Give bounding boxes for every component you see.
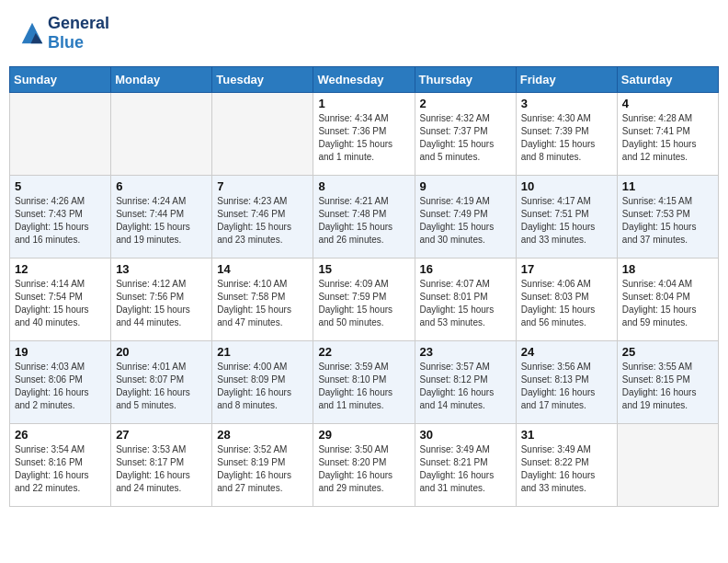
logo-text-line2: Blue	[48, 33, 109, 52]
calendar-cell: 2Sunrise: 4:32 AM Sunset: 7:37 PM Daylig…	[415, 93, 516, 176]
calendar-cell: 26Sunrise: 3:54 AM Sunset: 8:16 PM Dayli…	[10, 424, 111, 507]
day-number: 11	[622, 179, 713, 193]
day-info: Sunrise: 4:32 AM Sunset: 7:37 PM Dayligh…	[420, 112, 511, 164]
day-number: 5	[15, 179, 106, 193]
calendar-week-4: 19Sunrise: 4:03 AM Sunset: 8:06 PM Dayli…	[10, 341, 719, 424]
weekday-header-tuesday: Tuesday	[212, 67, 313, 93]
day-number: 12	[15, 262, 106, 276]
calendar-cell: 3Sunrise: 4:30 AM Sunset: 7:39 PM Daylig…	[516, 93, 617, 176]
day-info: Sunrise: 4:21 AM Sunset: 7:48 PM Dayligh…	[318, 195, 409, 247]
day-info: Sunrise: 4:24 AM Sunset: 7:44 PM Dayligh…	[116, 195, 207, 247]
day-number: 23	[420, 345, 511, 359]
day-info: Sunrise: 4:15 AM Sunset: 7:53 PM Dayligh…	[622, 195, 713, 247]
day-number: 20	[116, 345, 207, 359]
calendar-cell: 16Sunrise: 4:07 AM Sunset: 8:01 PM Dayli…	[415, 259, 516, 341]
calendar-cell: 21Sunrise: 4:00 AM Sunset: 8:09 PM Dayli…	[212, 341, 313, 424]
day-number: 19	[15, 345, 106, 359]
calendar-cell: 10Sunrise: 4:17 AM Sunset: 7:51 PM Dayli…	[516, 176, 617, 259]
calendar-cell: 9Sunrise: 4:19 AM Sunset: 7:49 PM Daylig…	[415, 176, 516, 259]
calendar-cell: 22Sunrise: 3:59 AM Sunset: 8:10 PM Dayli…	[313, 341, 415, 424]
day-info: Sunrise: 4:12 AM Sunset: 7:56 PM Dayligh…	[116, 278, 207, 329]
day-number: 10	[521, 179, 612, 193]
day-info: Sunrise: 4:06 AM Sunset: 8:03 PM Dayligh…	[521, 278, 612, 329]
weekday-header-monday: Monday	[111, 67, 212, 93]
weekday-header-wednesday: Wednesday	[313, 67, 415, 93]
calendar-week-5: 26Sunrise: 3:54 AM Sunset: 8:16 PM Dayli…	[10, 424, 719, 507]
day-info: Sunrise: 3:55 AM Sunset: 8:15 PM Dayligh…	[622, 361, 713, 412]
logo-icon	[18, 19, 46, 47]
day-info: Sunrise: 4:34 AM Sunset: 7:36 PM Dayligh…	[318, 112, 409, 164]
calendar-cell: 14Sunrise: 4:10 AM Sunset: 7:58 PM Dayli…	[212, 259, 313, 341]
calendar-cell: 29Sunrise: 3:50 AM Sunset: 8:20 PM Dayli…	[313, 424, 415, 507]
day-number: 28	[217, 428, 308, 442]
calendar-cell: 24Sunrise: 3:56 AM Sunset: 8:13 PM Dayli…	[516, 341, 617, 424]
day-info: Sunrise: 3:53 AM Sunset: 8:17 PM Dayligh…	[116, 443, 207, 495]
day-number: 2	[420, 97, 511, 110]
day-info: Sunrise: 3:52 AM Sunset: 8:19 PM Dayligh…	[217, 443, 308, 495]
day-number: 27	[116, 428, 207, 442]
calendar-cell: 23Sunrise: 3:57 AM Sunset: 8:12 PM Dayli…	[415, 341, 516, 424]
page-header: General Blue	[9, 9, 719, 57]
weekday-header-saturday: Saturday	[617, 67, 718, 93]
day-info: Sunrise: 3:54 AM Sunset: 8:16 PM Dayligh…	[15, 443, 106, 495]
calendar-cell: 6Sunrise: 4:24 AM Sunset: 7:44 PM Daylig…	[111, 176, 212, 259]
day-info: Sunrise: 4:01 AM Sunset: 8:07 PM Dayligh…	[116, 361, 207, 412]
day-number: 24	[521, 345, 612, 359]
day-info: Sunrise: 4:26 AM Sunset: 7:43 PM Dayligh…	[15, 195, 106, 247]
day-info: Sunrise: 4:17 AM Sunset: 7:51 PM Dayligh…	[521, 195, 612, 247]
day-number: 1	[318, 97, 409, 110]
day-info: Sunrise: 4:19 AM Sunset: 7:49 PM Dayligh…	[420, 195, 511, 247]
day-info: Sunrise: 3:57 AM Sunset: 8:12 PM Dayligh…	[420, 361, 511, 412]
day-info: Sunrise: 4:00 AM Sunset: 8:09 PM Dayligh…	[217, 361, 308, 412]
calendar-cell: 31Sunrise: 3:49 AM Sunset: 8:22 PM Dayli…	[516, 424, 617, 507]
day-info: Sunrise: 3:49 AM Sunset: 8:22 PM Dayligh…	[521, 443, 612, 495]
day-number: 17	[521, 262, 612, 276]
calendar-cell: 28Sunrise: 3:52 AM Sunset: 8:19 PM Dayli…	[212, 424, 313, 507]
day-info: Sunrise: 3:50 AM Sunset: 8:20 PM Dayligh…	[318, 443, 409, 495]
calendar-cell: 25Sunrise: 3:55 AM Sunset: 8:15 PM Dayli…	[617, 341, 718, 424]
day-number: 15	[318, 262, 409, 276]
calendar-cell: 17Sunrise: 4:06 AM Sunset: 8:03 PM Dayli…	[516, 259, 617, 341]
calendar-cell: 11Sunrise: 4:15 AM Sunset: 7:53 PM Dayli…	[617, 176, 718, 259]
day-info: Sunrise: 4:04 AM Sunset: 8:04 PM Dayligh…	[622, 278, 713, 329]
calendar-cell: 15Sunrise: 4:09 AM Sunset: 7:59 PM Dayli…	[313, 259, 415, 341]
calendar-table: SundayMondayTuesdayWednesdayThursdayFrid…	[9, 66, 719, 507]
calendar-cell: 13Sunrise: 4:12 AM Sunset: 7:56 PM Dayli…	[111, 259, 212, 341]
day-info: Sunrise: 4:07 AM Sunset: 8:01 PM Dayligh…	[420, 278, 511, 329]
day-info: Sunrise: 4:03 AM Sunset: 8:06 PM Dayligh…	[15, 361, 106, 412]
calendar-cell: 8Sunrise: 4:21 AM Sunset: 7:48 PM Daylig…	[313, 176, 415, 259]
calendar-cell: 27Sunrise: 3:53 AM Sunset: 8:17 PM Dayli…	[111, 424, 212, 507]
day-number: 7	[217, 179, 308, 193]
logo-text-line1: General	[48, 14, 109, 33]
day-info: Sunrise: 4:23 AM Sunset: 7:46 PM Dayligh…	[217, 195, 308, 247]
day-number: 14	[217, 262, 308, 276]
day-number: 21	[217, 345, 308, 359]
day-number: 6	[116, 179, 207, 193]
day-number: 25	[622, 345, 713, 359]
calendar-week-3: 12Sunrise: 4:14 AM Sunset: 7:54 PM Dayli…	[10, 259, 719, 341]
day-info: Sunrise: 4:09 AM Sunset: 7:59 PM Dayligh…	[318, 278, 409, 329]
calendar-body: 1Sunrise: 4:34 AM Sunset: 7:36 PM Daylig…	[10, 93, 719, 507]
calendar-cell: 5Sunrise: 4:26 AM Sunset: 7:43 PM Daylig…	[10, 176, 111, 259]
day-number: 18	[622, 262, 713, 276]
day-number: 26	[15, 428, 106, 442]
day-number: 22	[318, 345, 409, 359]
day-number: 13	[116, 262, 207, 276]
day-info: Sunrise: 4:28 AM Sunset: 7:41 PM Dayligh…	[622, 112, 713, 164]
weekday-header-thursday: Thursday	[415, 67, 516, 93]
logo: General Blue	[18, 14, 109, 52]
day-number: 9	[420, 179, 511, 193]
calendar-cell: 4Sunrise: 4:28 AM Sunset: 7:41 PM Daylig…	[617, 93, 718, 176]
day-info: Sunrise: 3:59 AM Sunset: 8:10 PM Dayligh…	[318, 361, 409, 412]
weekday-header-sunday: Sunday	[10, 67, 111, 93]
calendar-cell: 30Sunrise: 3:49 AM Sunset: 8:21 PM Dayli…	[415, 424, 516, 507]
calendar-cell: 1Sunrise: 4:34 AM Sunset: 7:36 PM Daylig…	[313, 93, 415, 176]
weekday-header-friday: Friday	[516, 67, 617, 93]
day-number: 4	[622, 97, 713, 110]
day-info: Sunrise: 3:56 AM Sunset: 8:13 PM Dayligh…	[521, 361, 612, 412]
calendar-cell	[111, 93, 212, 176]
calendar-cell	[212, 93, 313, 176]
day-number: 16	[420, 262, 511, 276]
calendar-week-2: 5Sunrise: 4:26 AM Sunset: 7:43 PM Daylig…	[10, 176, 719, 259]
calendar-cell: 18Sunrise: 4:04 AM Sunset: 8:04 PM Dayli…	[617, 259, 718, 341]
